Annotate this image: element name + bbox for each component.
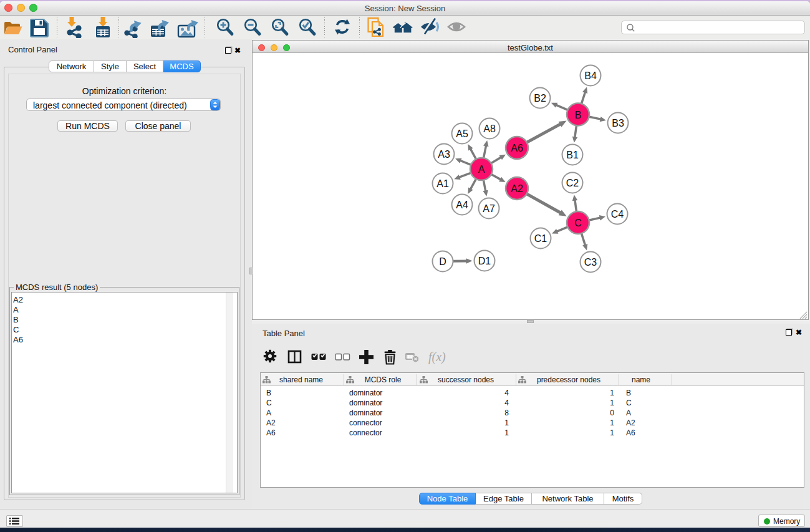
svg-text:C4: C4 [611,209,624,220]
svg-text:A: A [478,164,485,175]
svg-text:A1: A1 [436,178,449,189]
svg-text:C: C [574,218,582,228]
svg-text:C3: C3 [584,257,597,268]
svg-text:B1: B1 [566,150,579,160]
svg-text:A2: A2 [511,183,523,194]
svg-text:A4: A4 [456,200,468,210]
svg-text:B2: B2 [534,93,546,104]
svg-text:C2: C2 [566,178,579,188]
svg-text:A5: A5 [456,128,468,139]
svg-text:C1: C1 [534,233,547,244]
svg-text:A8: A8 [483,123,496,134]
svg-text:A6: A6 [511,143,523,153]
svg-text:A7: A7 [483,203,495,214]
svg-text:D1: D1 [478,256,491,266]
svg-text:B: B [575,110,582,120]
svg-text:D: D [439,256,446,267]
svg-text:A3: A3 [438,149,450,160]
svg-text:B3: B3 [612,118,624,128]
svg-text:B4: B4 [584,70,597,81]
